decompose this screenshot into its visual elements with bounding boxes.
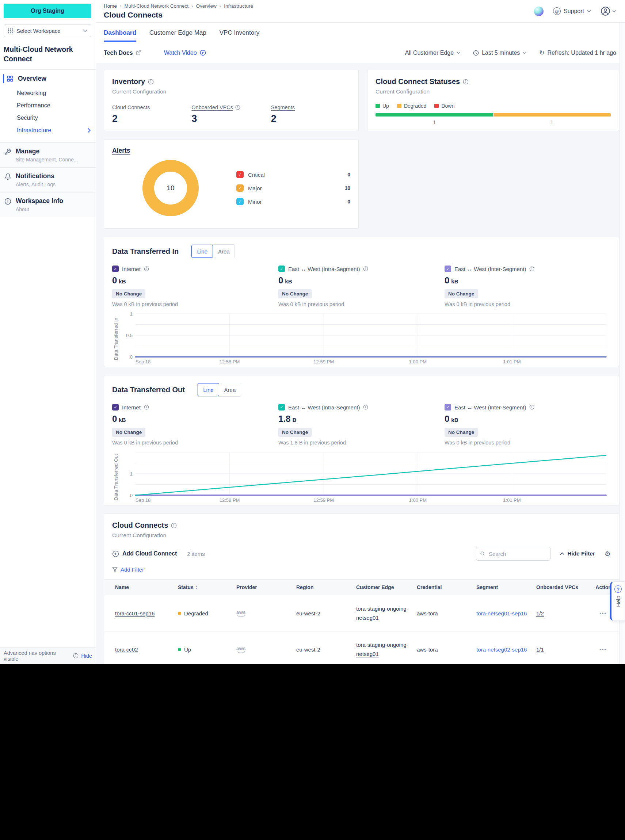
no-change-badge: No Change — [112, 289, 145, 298]
help-tab[interactable]: ? Help — [610, 581, 625, 621]
add-filter-button[interactable]: Add Filter — [112, 567, 611, 573]
sidebar-item-performance[interactable]: Performance — [0, 99, 96, 112]
line-toggle[interactable]: Line — [197, 383, 219, 396]
svg-text:1: 1 — [130, 471, 132, 477]
tab-dashboard[interactable]: Dashboard — [104, 29, 136, 42]
breadcrumb-separator: › — [120, 3, 122, 9]
table-header-row: Name Status ▲▼ Provider Region Customer … — [104, 579, 619, 595]
status-bar-segment[interactable] — [376, 113, 493, 116]
breadcrumb-product[interactable]: Multi-Cloud Network Connect — [124, 3, 189, 9]
table-row: tora-cc01-sep16 Degraded aws eu-west-2 — [104, 595, 619, 631]
breadcrumb-home[interactable]: Home — [104, 3, 117, 9]
data-out-line-chart[interactable]: 01Sep 1812:58 PM12:59 PM1:00 PM1:01 PM — [120, 450, 609, 505]
hide-filter-button[interactable]: Hide Filter — [560, 550, 595, 557]
workspace-selector[interactable]: Select Workspace — [4, 24, 91, 37]
svg-text:12:59 PM: 12:59 PM — [313, 497, 334, 503]
customer-edge-link[interactable]: tora-staging-ongoing-netseg01 — [356, 642, 408, 657]
add-cloud-connect-button[interactable]: Add Cloud Connect — [112, 550, 177, 557]
sidebar-item-networking[interactable]: Networking — [0, 87, 96, 99]
onboarded-vpcs-link[interactable]: 1/1 — [536, 646, 591, 653]
row-actions-menu[interactable]: ••• — [591, 647, 619, 652]
sidebar-item-workspace-info[interactable]: Workspace Info About — [0, 192, 96, 217]
no-change-badge: No Change — [445, 428, 478, 437]
internet-checkbox[interactable]: ✓ — [112, 404, 119, 410]
critical-checkbox[interactable]: ✓ — [236, 171, 244, 178]
watch-video-link[interactable]: Watch Video — [164, 50, 206, 56]
data-in-line-chart[interactable]: 00.51Sep 1812:58 PM12:59 PM1:00 PM1:01 P… — [120, 312, 609, 366]
degraded-status-dot — [178, 612, 181, 615]
sidebar-item-manage[interactable]: Manage Site Management, Conne... — [0, 143, 96, 167]
scrollbar-track[interactable] — [620, 23, 625, 664]
sidebar-item-workspace-info-subtitle: About — [16, 207, 63, 212]
tab-customer-edge-map[interactable]: Customer Edge Map — [149, 29, 207, 42]
data-out-title: Data Transferred Out — [112, 386, 185, 394]
sidebar-item-notifications-subtitle: Alerts, Audit Logs — [16, 182, 56, 187]
clock-icon — [473, 50, 479, 56]
tab-vpc-inventory[interactable]: VPC Inventory — [219, 29, 260, 42]
gear-icon[interactable]: ⚙ — [605, 550, 611, 557]
status-cell: Up — [178, 646, 236, 653]
svg-text:1:00 PM: 1:00 PM — [409, 497, 427, 503]
info-icon — [73, 653, 79, 658]
svg-text:0.5: 0.5 — [126, 333, 132, 338]
status-bar-segment-label: 1 — [376, 120, 493, 125]
assistant-orb-icon[interactable] — [534, 6, 544, 16]
time-range-filter[interactable]: Last 5 minutes — [473, 50, 527, 56]
sort-icons: ▲▼ — [196, 585, 198, 590]
status-sort-header[interactable]: Status ▲▼ — [178, 584, 236, 590]
tech-docs-link[interactable]: Tech Docs — [104, 50, 141, 56]
inter-segment-checkbox[interactable]: ✓ — [445, 404, 451, 410]
intra-segment-checkbox[interactable]: ✓ — [278, 266, 285, 272]
svg-text:Sep 18: Sep 18 — [135, 497, 151, 503]
info-icon — [144, 405, 149, 410]
status-stacked-bar[interactable] — [376, 113, 611, 116]
sidebar-item-infrastructure[interactable]: Infrastructure — [0, 124, 96, 137]
sidebar-item-notifications[interactable]: Notifications Alerts, Audit Logs — [0, 167, 96, 192]
search-input[interactable] — [488, 550, 546, 557]
customer-edge-filter[interactable]: All Customer Edge — [405, 50, 461, 56]
area-toggle[interactable]: Area — [219, 383, 241, 396]
internet-checkbox[interactable]: ✓ — [112, 266, 119, 272]
svg-text:1:01 PM: 1:01 PM — [503, 497, 521, 503]
segment-link[interactable]: tora-netseg02-sep16 — [476, 646, 536, 653]
alerts-donut-chart[interactable]: 10 — [138, 155, 204, 221]
alerts-title-link[interactable]: Alerts — [112, 147, 131, 154]
area-toggle[interactable]: Area — [213, 245, 235, 258]
onboarded-vpcs-link[interactable]: Onboarded VPCs — [191, 104, 233, 110]
sidebar-item-security[interactable]: Security — [0, 112, 96, 124]
no-change-badge: No Change — [278, 428, 312, 437]
user-menu[interactable] — [600, 6, 616, 16]
hide-advanced-nav-link[interactable]: Hide — [81, 653, 92, 659]
sidebar-item-overview[interactable]: Overview — [0, 70, 96, 86]
info-icon — [235, 105, 240, 110]
org-badge[interactable]: Org Staging — [4, 4, 91, 18]
breadcrumb-infrastructure[interactable]: Infrastructure — [224, 3, 253, 9]
down-legend-swatch — [434, 104, 439, 108]
search-box[interactable] — [476, 547, 550, 561]
info-icon — [529, 405, 535, 410]
metric-internet: ✓ Internet 0kB No Change Was 0 kB in pre… — [112, 266, 278, 307]
segments-link[interactable]: Segments — [271, 104, 295, 110]
alerts-total: 10 — [138, 155, 204, 221]
sidebar: Org Staging Select Workspace Multi-Cloud… — [0, 0, 96, 664]
alerts-legend-major: ✓ Major 10 — [236, 185, 350, 192]
breadcrumb-separator: › — [191, 3, 193, 9]
cloud-connect-name-link[interactable]: tora-cc02 — [115, 646, 178, 653]
line-toggle[interactable]: Line — [191, 245, 213, 258]
major-checkbox[interactable]: ✓ — [236, 185, 244, 192]
cloud-connect-name-link[interactable]: tora-cc01-sep16 — [115, 610, 178, 616]
refresh-button[interactable]: ↻ Refresh: Updated 1 hr ago — [539, 49, 616, 57]
segment-link[interactable]: tora-netseg01-sep16 — [476, 610, 536, 616]
minor-checkbox[interactable]: ✓ — [236, 198, 244, 205]
chevron-down-icon — [523, 51, 527, 54]
status-cell: Degraded — [178, 610, 236, 616]
support-menu[interactable]: @ Support — [553, 7, 591, 15]
onboarded-vpcs-link[interactable]: 1/2 — [536, 610, 591, 616]
customer-edge-link[interactable]: tora-staging-ongoing-netseg01 — [356, 606, 408, 621]
alerts-legend-critical: ✓ Critical 0 — [236, 171, 350, 178]
status-bar-segment[interactable] — [493, 113, 611, 116]
intra-segment-checkbox[interactable]: ✓ — [278, 404, 285, 410]
breadcrumb-overview[interactable]: Overview — [196, 3, 217, 9]
sidebar-item-notifications-label: Notifications — [16, 172, 56, 180]
inter-segment-checkbox[interactable]: ✓ — [445, 266, 451, 272]
